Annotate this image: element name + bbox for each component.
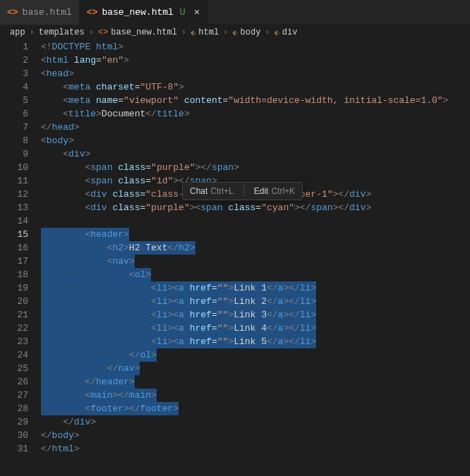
chevron-right-icon: ›	[88, 28, 95, 37]
chevron-right-icon: ›	[263, 28, 271, 37]
chat-action[interactable]: ChatCtrl+L	[190, 186, 234, 196]
close-icon[interactable]: ×	[194, 7, 200, 18]
inline-action-tooltip: ChatCtrl+L EditCtrl+K	[182, 182, 303, 200]
editor[interactable]: 1 2 3 4 5 6 7 8 9 10 11 12 13 14 15 16 1…	[0, 40, 470, 456]
html-file-icon: <>	[98, 28, 108, 37]
html-file-icon: <>	[7, 7, 18, 18]
breadcrumb-item[interactable]: app	[10, 28, 25, 37]
html-file-icon: <>	[87, 7, 98, 18]
divider	[243, 185, 244, 197]
element-icon: ⬖	[232, 28, 237, 38]
gutter: 1 2 3 4 5 6 7 8 9 10 11 12 13 14 15 16 1…	[0, 40, 41, 456]
element-icon: ⬖	[275, 28, 279, 38]
breadcrumb-item[interactable]: body	[241, 28, 261, 37]
tab-label: base_new.html	[102, 7, 173, 18]
element-icon: ⬖	[191, 28, 195, 38]
chevron-right-icon: ›	[28, 28, 36, 37]
tab-bar: <> base.html <> base_new.html U ×	[0, 0, 470, 25]
minimap[interactable]	[463, 40, 470, 463]
tab-active[interactable]: <> base_new.html U ×	[80, 0, 207, 25]
tab-inactive[interactable]: <> base.html	[0, 0, 80, 25]
tab-label: base.html	[23, 7, 72, 18]
edit-action[interactable]: EditCtrl+K	[254, 186, 295, 196]
breadcrumb-item[interactable]: templates	[39, 28, 85, 37]
breadcrumb[interactable]: app › templates › <> base_new.html › ⬖ h…	[0, 25, 470, 40]
breadcrumb-item[interactable]: html	[198, 28, 219, 37]
chevron-right-icon: ›	[180, 28, 188, 37]
chevron-right-icon: ›	[222, 28, 229, 37]
code-area[interactable]: <!DOCTYPE html> <html lang="en"> <head> …	[41, 40, 470, 456]
git-status-badge: U	[180, 7, 186, 18]
breadcrumb-item[interactable]: div	[282, 28, 298, 37]
breadcrumb-item[interactable]: base_new.html	[111, 28, 177, 37]
